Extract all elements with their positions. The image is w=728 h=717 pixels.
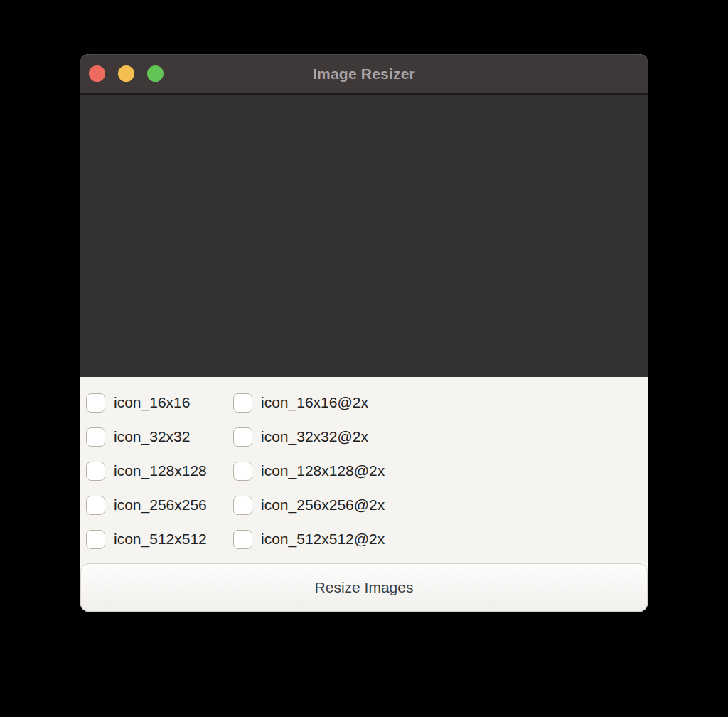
minimize-button[interactable] (118, 65, 134, 82)
close-button[interactable] (89, 65, 105, 82)
size-checkbox[interactable] (86, 427, 105, 447)
size-checkbox[interactable] (233, 393, 252, 413)
option-label: icon_16x16 (114, 394, 190, 411)
option-row: icon_16x16@2x (233, 393, 648, 413)
option-row: icon_256x256@2x (233, 495, 648, 515)
option-row: icon_512x512 (86, 529, 233, 549)
titlebar: Image Resizer (80, 54, 648, 95)
option-label: icon_256x256@2x (261, 496, 385, 514)
option-label: icon_512x512@2x (261, 531, 385, 548)
traffic-lights (89, 54, 164, 93)
size-checkbox[interactable] (233, 462, 252, 481)
options-grid: icon_16x16 icon_16x16@2x icon_32x32 icon… (80, 377, 648, 549)
option-row: icon_32x32 (86, 427, 233, 447)
option-row: icon_32x32@2x (233, 427, 648, 447)
size-checkbox[interactable] (86, 496, 105, 515)
options-panel: icon_16x16 icon_16x16@2x icon_32x32 icon… (80, 377, 648, 612)
option-row: icon_128x128 (86, 461, 233, 481)
app-window: Image Resizer icon_16x16 icon_16x16@2x i… (80, 54, 648, 612)
window-title: Image Resizer (313, 65, 415, 83)
size-checkbox[interactable] (233, 530, 252, 549)
option-row: icon_128x128@2x (233, 461, 648, 481)
zoom-button[interactable] (147, 65, 164, 82)
option-label: icon_128x128 (114, 462, 207, 479)
resize-images-button[interactable]: Resize Images (80, 563, 648, 612)
size-checkbox[interactable] (233, 496, 252, 515)
option-row: icon_16x16 (86, 393, 233, 413)
option-label: icon_32x32 (114, 428, 190, 445)
size-checkbox[interactable] (86, 462, 105, 481)
option-label: icon_16x16@2x (261, 394, 368, 411)
option-label: icon_128x128@2x (261, 462, 385, 479)
option-row: icon_512x512@2x (233, 529, 648, 549)
image-drop-zone[interactable] (80, 95, 648, 377)
size-checkbox[interactable] (86, 393, 105, 413)
option-label: icon_32x32@2x (261, 428, 368, 445)
option-label: icon_256x256 (114, 496, 207, 514)
size-checkbox[interactable] (233, 427, 252, 447)
option-row: icon_256x256 (86, 495, 233, 515)
size-checkbox[interactable] (86, 530, 105, 549)
option-label: icon_512x512 (114, 531, 207, 548)
